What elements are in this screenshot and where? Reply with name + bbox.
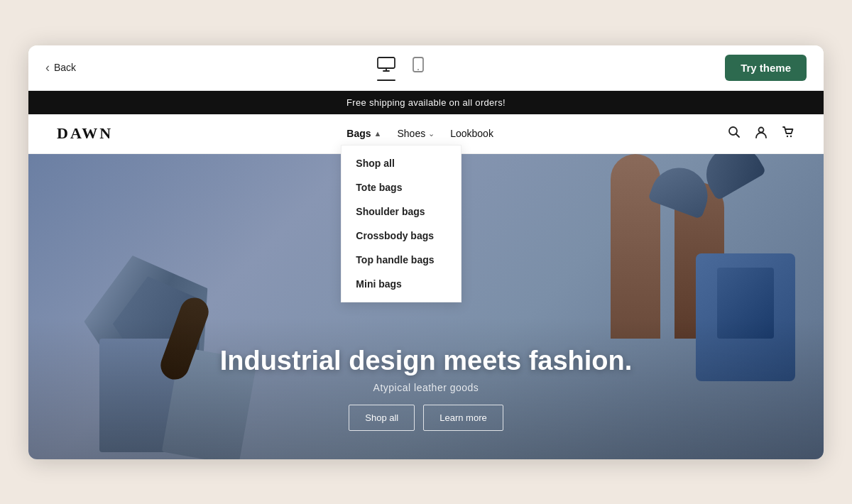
hero-overlay: Industrial design meets fashion. Atypica…	[28, 317, 824, 459]
nav-item-shoes[interactable]: Shoes ⌄	[391, 125, 440, 142]
dropdown-item-mini[interactable]: Mini bags	[342, 272, 461, 296]
desktop-icon[interactable]	[377, 57, 395, 78]
announcement-bar: Free shipping available on all orders!	[28, 91, 824, 114]
hero-learn-more-button[interactable]: Learn more	[423, 405, 503, 431]
mobile-icon[interactable]	[413, 57, 424, 78]
nav-bags-label: Bags	[346, 128, 371, 139]
svg-point-8	[787, 135, 788, 136]
svg-line-6	[736, 133, 740, 137]
nav-lookbook-label: Lookbook	[450, 128, 493, 139]
nav-shoes-label: Shoes	[397, 128, 425, 139]
svg-point-7	[759, 127, 764, 132]
bags-dropdown: Shop all Tote bags Shoulder bags Crossbo…	[341, 145, 462, 302]
announcement-text: Free shipping available on all orders!	[346, 97, 506, 108]
hero-title: Industrial design meets fashion.	[57, 346, 795, 376]
leg-1	[611, 154, 660, 339]
cart-icon[interactable]	[781, 125, 795, 143]
bags-chevron-icon: ▲	[374, 129, 382, 138]
nav-icons	[727, 125, 795, 143]
device-switcher	[377, 57, 424, 78]
search-icon[interactable]	[727, 125, 741, 143]
browser-window: ‹ Back Try theme Free shipping available	[28, 45, 824, 459]
nav-links: Bags ▲ Shop all Tote bags Shoulder bags …	[341, 125, 499, 142]
hero-shop-all-button[interactable]: Shop all	[349, 405, 415, 431]
nav-item-bags[interactable]: Bags ▲ Shop all Tote bags Shoulder bags …	[341, 125, 387, 142]
store-nav: DAWN Bags ▲ Shop all Tote bags Shoulder …	[28, 114, 824, 154]
dropdown-item-top-handle[interactable]: Top handle bags	[342, 248, 461, 272]
account-icon[interactable]	[754, 125, 768, 143]
dropdown-item-crossbody[interactable]: Crossbody bags	[342, 224, 461, 248]
back-label: Back	[54, 62, 76, 73]
hero-buttons: Shop all Learn more	[57, 405, 795, 431]
svg-point-4	[417, 69, 419, 70]
nav-item-lookbook[interactable]: Lookbook	[444, 125, 499, 142]
dropdown-item-shoulder[interactable]: Shoulder bags	[342, 199, 461, 224]
try-theme-button[interactable]: Try theme	[725, 55, 807, 81]
top-bar: ‹ Back Try theme	[28, 45, 824, 91]
dropdown-item-tote[interactable]: Tote bags	[342, 175, 461, 199]
back-arrow-icon: ‹	[45, 60, 50, 75]
store-logo: DAWN	[57, 124, 113, 143]
hero-subtitle: Atypical leather goods	[57, 382, 795, 393]
dropdown-item-shop-all[interactable]: Shop all	[342, 151, 461, 175]
svg-point-9	[790, 135, 792, 136]
svg-rect-0	[378, 57, 395, 68]
shoes-chevron-icon: ⌄	[428, 129, 435, 138]
back-button[interactable]: ‹ Back	[45, 60, 76, 75]
